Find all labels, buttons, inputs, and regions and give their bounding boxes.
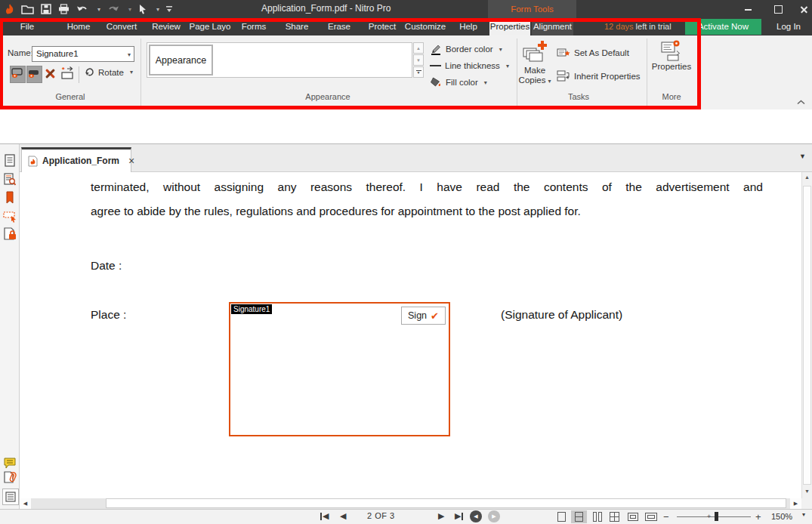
bookmarks-panel-icon[interactable] bbox=[2, 190, 17, 205]
field-name-combobox[interactable]: Signature1 ▾ bbox=[32, 46, 134, 62]
chevron-down-icon: ▾ bbox=[130, 69, 133, 76]
activate-now-button[interactable]: Activate Now bbox=[685, 19, 761, 35]
comments-panel-icon[interactable] bbox=[2, 455, 17, 470]
zoom-menu-icon[interactable]: ▾ bbox=[802, 511, 805, 518]
zoom-out-button[interactable]: − bbox=[663, 511, 669, 522]
form-fields-panel-icon[interactable] bbox=[2, 208, 17, 223]
tab-alignment[interactable]: Alignment bbox=[532, 18, 573, 35]
border-color-button[interactable]: Border color ▾ bbox=[430, 42, 502, 56]
inherit-properties-button[interactable]: Inherit Properties bbox=[557, 70, 641, 82]
sign-button[interactable]: Sign ✔ bbox=[401, 307, 446, 325]
zoom-in-button[interactable]: + bbox=[755, 511, 761, 522]
minimize-button[interactable] bbox=[736, 3, 759, 16]
customize-qat-icon[interactable] bbox=[166, 2, 172, 17]
chevron-down-icon: ▾ bbox=[499, 46, 502, 53]
print-icon[interactable] bbox=[58, 2, 69, 17]
document-tab-bar: Application_Form × ▼ bbox=[20, 144, 812, 172]
horizontal-scrollbar[interactable]: ◀ ▶ bbox=[20, 498, 801, 509]
vertical-scrollbar[interactable]: ▲ ▼ bbox=[801, 172, 812, 498]
close-tab-icon[interactable]: × bbox=[128, 157, 134, 165]
maximize-button[interactable] bbox=[767, 3, 789, 16]
search-panel-icon[interactable] bbox=[2, 172, 17, 187]
fit-width-view-button[interactable] bbox=[643, 510, 659, 523]
document-tab-application-form[interactable]: Application_Form × bbox=[21, 147, 131, 172]
rotate-icon bbox=[85, 67, 94, 77]
tab-help[interactable]: Help bbox=[459, 18, 477, 35]
continuous-view-button[interactable] bbox=[571, 510, 587, 523]
tab-protect[interactable]: Protect bbox=[369, 18, 396, 35]
signature-form-field[interactable]: Signature1 Sign ✔ bbox=[229, 302, 450, 436]
tab-home[interactable]: Home bbox=[67, 18, 91, 35]
save-icon[interactable] bbox=[41, 2, 51, 17]
fill-color-button[interactable]: Fill color ▾ bbox=[430, 76, 487, 89]
gallery-scroll-up-button[interactable]: ▲ bbox=[413, 42, 424, 54]
open-file-icon[interactable] bbox=[21, 2, 34, 17]
tab-convert[interactable]: Convert bbox=[107, 18, 137, 35]
properties-button[interactable]: Properties bbox=[651, 39, 692, 72]
zoom-slider-track[interactable] bbox=[677, 516, 751, 517]
make-copies-button[interactable]: Make Copies▾ bbox=[517, 40, 553, 86]
appearance-gallery: Appearance bbox=[147, 42, 412, 78]
collapse-ribbon-icon[interactable] bbox=[797, 94, 805, 108]
scroll-left-icon[interactable]: ◀ bbox=[20, 498, 31, 509]
zoom-slider-handle[interactable] bbox=[715, 512, 718, 521]
rotate-label: Rotate bbox=[98, 68, 124, 77]
scroll-right-icon[interactable]: ▶ bbox=[790, 498, 801, 509]
appearance-style-item[interactable]: Appearance bbox=[149, 45, 213, 76]
tab-forms[interactable]: Forms bbox=[242, 18, 267, 35]
previous-page-button[interactable]: ◀ bbox=[340, 511, 346, 521]
log-in-button[interactable]: Log In bbox=[776, 18, 801, 35]
pdf-document-icon bbox=[28, 156, 38, 167]
attachments-panel-icon[interactable] bbox=[2, 470, 17, 485]
grid-view-button[interactable] bbox=[607, 510, 622, 523]
previous-view-button[interactable]: ◀ bbox=[470, 510, 482, 522]
single-page-view-button[interactable] bbox=[554, 510, 570, 523]
group-divider bbox=[647, 39, 647, 106]
paragraph-line-2: agree to abide by the rules, regulations… bbox=[91, 199, 763, 223]
group-divider bbox=[140, 39, 141, 106]
status-bar: ◀ ◀ 2 OF 3 ▶ ▶ ◀ ▶ − + + 150% ▾ bbox=[0, 509, 812, 524]
pages-panel-icon[interactable] bbox=[2, 153, 17, 168]
field-name-value: Signature1 bbox=[36, 49, 79, 58]
redo-icon bbox=[107, 2, 119, 17]
scrollbar-corner bbox=[801, 498, 812, 509]
tab-customize[interactable]: Customize bbox=[405, 18, 446, 35]
scroll-down-icon[interactable]: ▼ bbox=[804, 489, 810, 494]
facing-pages-view-button[interactable] bbox=[589, 510, 605, 523]
tab-list-dropdown-icon[interactable]: ▼ bbox=[799, 153, 806, 160]
close-button[interactable] bbox=[792, 3, 812, 16]
show-field-outline-button[interactable] bbox=[10, 66, 26, 83]
vertical-scrollbar-thumb[interactable] bbox=[803, 186, 811, 485]
fit-page-view-button[interactable] bbox=[625, 510, 641, 523]
date-label: Date : bbox=[91, 254, 122, 278]
horizontal-scrollbar-thumb[interactable] bbox=[106, 498, 786, 508]
next-page-button[interactable]: ▶ bbox=[438, 511, 444, 521]
hide-field-button[interactable] bbox=[26, 66, 42, 83]
last-page-button[interactable]: ▶ bbox=[455, 511, 463, 521]
scroll-up-icon[interactable]: ▲ bbox=[804, 174, 810, 180]
tab-review[interactable]: Review bbox=[152, 18, 181, 35]
tab-properties-selected[interactable]: Properties bbox=[489, 18, 530, 35]
nitro-logo-icon bbox=[5, 2, 14, 17]
tab-share[interactable]: Share bbox=[286, 18, 309, 35]
gallery-scroll-down-button[interactable]: ▼ bbox=[413, 54, 424, 66]
tab-file[interactable]: File bbox=[20, 18, 35, 35]
tab-page-layout[interactable]: Page Layo bbox=[190, 18, 231, 35]
output-panel-icon[interactable] bbox=[2, 489, 19, 505]
tab-erase[interactable]: Erase bbox=[328, 18, 350, 35]
page-indicator: 2 OF 3 bbox=[367, 511, 395, 520]
zoom-100-marker: + bbox=[707, 513, 711, 520]
first-page-button[interactable]: ◀ bbox=[320, 511, 329, 521]
chevron-down-icon[interactable]: ▾ bbox=[128, 51, 131, 58]
select-tool-icon[interactable] bbox=[138, 2, 147, 17]
set-as-default-button[interactable]: Set As Default bbox=[557, 48, 629, 58]
rename-field-button[interactable]: * bbox=[60, 66, 75, 83]
left-panel-bar bbox=[0, 144, 20, 509]
security-panel-icon[interactable] bbox=[2, 227, 17, 242]
line-thickness-button[interactable]: Line thickness ▾ bbox=[430, 59, 509, 72]
rotate-button[interactable]: Rotate ▾ bbox=[85, 67, 133, 77]
select-tool-dropdown-icon[interactable]: ▾ bbox=[156, 6, 159, 13]
undo-icon[interactable] bbox=[76, 2, 88, 17]
gallery-expand-button[interactable]: ▼ bbox=[413, 66, 424, 78]
undo-dropdown-icon[interactable]: ▾ bbox=[97, 6, 100, 13]
